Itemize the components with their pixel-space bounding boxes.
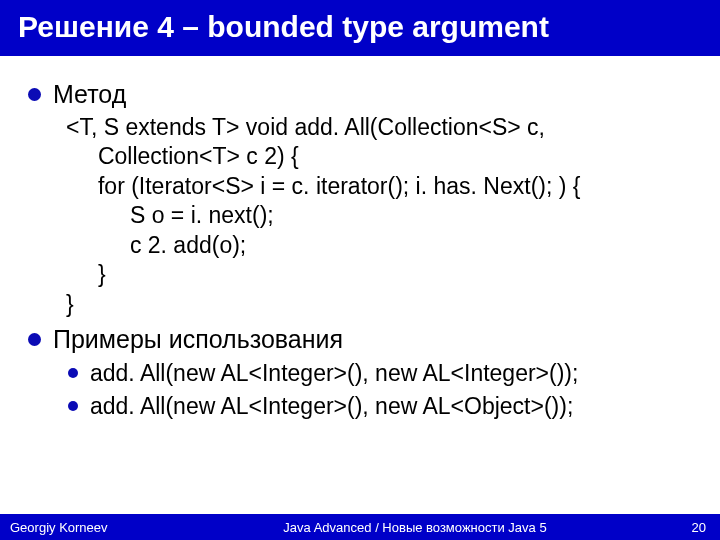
footer-course: Java Advanced / Новые возможности Java 5 [160, 520, 670, 535]
slide-footer: Georgiy Korneev Java Advanced / Новые во… [0, 514, 720, 540]
example-item: add. All(new AL<Integer>(), new AL<Objec… [68, 393, 692, 420]
footer-page-number: 20 [670, 520, 720, 535]
code-line: <T, S extends T> void add. All(Collectio… [66, 113, 692, 142]
code-line: for (Iterator<S> i = c. iterator(); i. h… [66, 172, 692, 201]
example-text: add. All(new AL<Integer>(), new AL<Objec… [90, 393, 573, 420]
code-line: Collection<T> c 2) { [66, 142, 692, 171]
example-text: add. All(new AL<Integer>(), new AL<Integ… [90, 360, 578, 387]
bullet-icon [68, 368, 78, 378]
bullet-icon [28, 88, 41, 101]
bullet-method-label: Метод [53, 80, 126, 109]
example-item: add. All(new AL<Integer>(), new AL<Integ… [68, 360, 692, 387]
code-line: S o = i. next(); [66, 201, 692, 230]
code-line: c 2. add(o); [66, 231, 692, 260]
code-line: } [66, 290, 692, 319]
slide: Решение 4 – bounded type argument Метод … [0, 0, 720, 540]
bullet-examples: Примеры использования [28, 325, 692, 354]
bullet-icon [68, 401, 78, 411]
code-block: <T, S extends T> void add. All(Collectio… [66, 113, 692, 319]
footer-author: Georgiy Korneev [0, 520, 160, 535]
bullet-icon [28, 333, 41, 346]
code-line: } [66, 260, 692, 289]
bullet-examples-label: Примеры использования [53, 325, 343, 354]
slide-content: Метод <T, S extends T> void add. All(Col… [0, 56, 720, 540]
bullet-method: Метод [28, 80, 692, 109]
slide-title: Решение 4 – bounded type argument [0, 0, 720, 56]
